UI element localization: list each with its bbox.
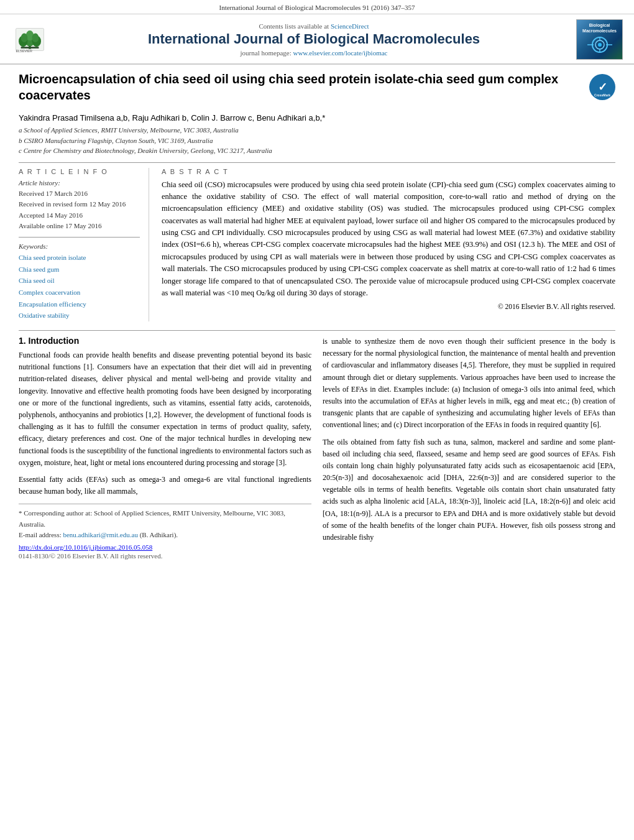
right-paragraph-2: The oils obtained from fatty fish such a… [323, 436, 615, 544]
keyword-2[interactable]: Chia seed gum [19, 264, 140, 275]
affiliation-b: b CSIRO Manufacturing Flagship, Clayton … [19, 136, 615, 146]
cover-illustration [581, 34, 618, 55]
abstract-column: A B S T R A C T Chia seed oil (CSO) micr… [162, 168, 615, 322]
left-column: 1. Introduction Functional foods can pro… [19, 336, 311, 560]
right-paragraph-1: is unable to synthesize them de novo eve… [323, 336, 615, 432]
intro-paragraph-2: Essential fatty acids (EFAs) such as ome… [19, 474, 311, 497]
abstract-header: A B S T R A C T [162, 168, 615, 175]
journal-cover-area: BiologicalMacromolecules [567, 19, 623, 60]
svg-text:ELSEVIER: ELSEVIER [16, 49, 32, 53]
article-title: Microencapsulation of chia seed oil usin… [19, 71, 589, 103]
keyword-5[interactable]: Encapsulation efficiency [19, 298, 140, 310]
crossmark-badge[interactable]: ✓ CrossMark [589, 74, 615, 100]
journal-title: International Journal of Biological Macr… [67, 31, 561, 47]
abstract-copyright: © 2016 Elsevier B.V. All rights reserved… [162, 303, 615, 310]
keyword-3[interactable]: Chia seed oil [19, 275, 140, 287]
contents-line: Contents lists available at ScienceDirec… [67, 22, 561, 30]
keyword-4[interactable]: Complex coacervation [19, 287, 140, 298]
svg-text:CrossMark: CrossMark [594, 93, 610, 97]
elsevier-logo: ELSEVIER [11, 25, 61, 53]
affiliation-a: a School of Applied Sciences, RMIT Unive… [19, 125, 615, 136]
crossmark-icon: ✓ CrossMark [589, 74, 615, 100]
keyword-6[interactable]: Oxidative stability [19, 310, 140, 321]
doi-link[interactable]: http://dx.doi.org/10.1016/j.ijbiomac.201… [19, 543, 311, 551]
affiliation-c: c Centre for Chemistry and Biotechnology… [19, 145, 615, 156]
divider-body [19, 330, 615, 331]
history-label: Article history: [19, 179, 140, 187]
keywords-label: Keywords: [19, 242, 140, 250]
issn-line: 0141-8130/© 2016 Elsevier B.V. All right… [19, 552, 311, 560]
article-history: Article history: Received 17 March 2016 … [19, 179, 140, 232]
article-content: Microencapsulation of chia seed oil usin… [0, 65, 634, 566]
email-note: E-mail address: benu.adhikari@rmit.edu.a… [19, 530, 311, 541]
divider-1 [19, 162, 615, 163]
history-revised: Received in revised form 12 May 2016 [19, 199, 140, 210]
journal-header-center: Contents lists available at ScienceDirec… [61, 22, 567, 57]
history-accepted: Accepted 14 May 2016 [19, 210, 140, 221]
journal-cover-image: BiologicalMacromolecules [576, 19, 623, 60]
abstract-text: Chia seed oil (CSO) microcapsules were p… [162, 179, 615, 300]
corresponding-author-note: * Corresponding author at: School of App… [19, 508, 311, 530]
main-body: 1. Introduction Functional foods can pro… [19, 336, 615, 560]
author-email-link[interactable]: benu.adhikari@rmit.edu.au [63, 531, 137, 538]
affiliations: a School of Applied Sciences, RMIT Unive… [19, 125, 615, 156]
article-title-section: Microencapsulation of chia seed oil usin… [19, 71, 615, 108]
right-column: is unable to synthesize them de novo eve… [323, 336, 615, 560]
intro-paragraph-1: Functional foods can provide health bene… [19, 349, 311, 469]
sciencedirect-link[interactable]: ScienceDirect [331, 22, 369, 30]
journal-homepage-link[interactable]: www.elsevier.com/locate/ijbiomac [293, 49, 387, 57]
journal-reference: International Journal of Biological Macr… [219, 4, 415, 11]
article-meta-row: A R T I C L E I N F O Article history: R… [19, 168, 615, 322]
svg-rect-8 [21, 47, 39, 48]
svg-point-12 [598, 43, 602, 47]
article-info-column: A R T I C L E I N F O Article history: R… [19, 168, 149, 322]
top-bar: International Journal of Biological Macr… [0, 0, 634, 14]
keyword-1[interactable]: Chia seed protein isolate [19, 252, 140, 264]
svg-point-7 [32, 34, 39, 42]
svg-point-6 [21, 34, 28, 42]
history-received: Received 17 March 2016 [19, 188, 140, 200]
svg-text:✓: ✓ [598, 81, 607, 93]
article-info-header: A R T I C L E I N F O [19, 168, 140, 175]
journal-cover-text: BiologicalMacromolecules [582, 22, 617, 34]
homepage-line: journal homepage: www.elsevier.com/locat… [67, 49, 561, 57]
page-container: International Journal of Biological Macr… [0, 0, 634, 566]
history-online: Available online 17 May 2016 [19, 221, 140, 232]
journal-header: ELSEVIER Contents lists available at Sci… [0, 14, 634, 65]
divider-keywords [19, 237, 140, 238]
keywords-section: Keywords: Chia seed protein isolate Chia… [19, 242, 140, 321]
elsevier-tree-icon: ELSEVIER [11, 25, 48, 53]
footnote-section: * Corresponding author at: School of App… [19, 504, 311, 560]
intro-section-title: 1. Introduction [19, 336, 311, 346]
authors-line: Yakindra Prasad Timilsena a,b, Raju Adhi… [19, 113, 615, 122]
